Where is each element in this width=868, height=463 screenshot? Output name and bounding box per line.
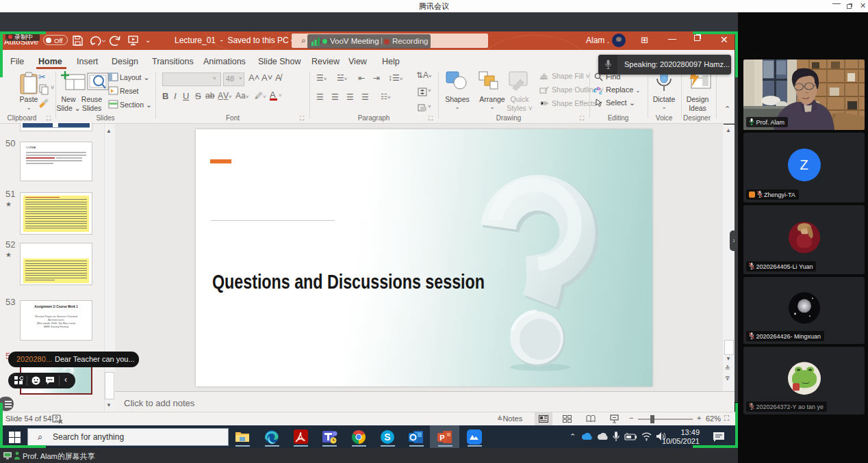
svg-text:S: S xyxy=(384,432,390,442)
svg-text:P: P xyxy=(439,434,444,442)
svg-text:c: c xyxy=(599,90,602,95)
